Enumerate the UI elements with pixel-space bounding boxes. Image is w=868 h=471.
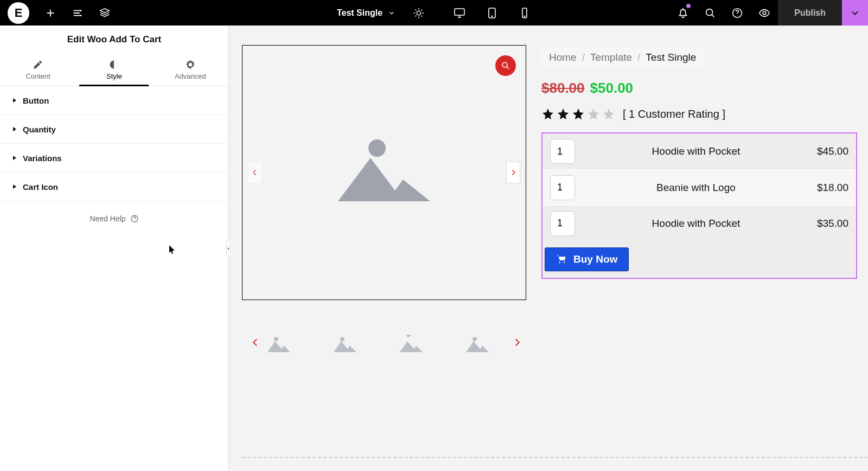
workspace: Edit Woo Add To Cart Content Style Advan… xyxy=(0,26,868,471)
cart-item-name: Hoodie with Pocket xyxy=(575,218,817,230)
svg-point-18 xyxy=(473,337,477,341)
tab-style-label: Style xyxy=(106,72,122,80)
thumbnail[interactable] xyxy=(264,332,294,353)
publish-button[interactable]: Publish xyxy=(778,0,842,26)
cart-item-name: Beanie with Logo xyxy=(575,182,817,194)
gallery-prev-button[interactable] xyxy=(248,162,262,183)
svg-point-14 xyxy=(368,139,386,157)
cart-item-row: 1Hoodie with Pocket$45.00 xyxy=(542,133,856,169)
chevron-down-icon xyxy=(388,9,395,17)
viewport-tablet[interactable] xyxy=(476,0,508,26)
buy-row: Buy Now xyxy=(542,241,856,278)
breadcrumb-sep: / xyxy=(637,52,640,63)
panel-sections: Button Quantity Variations Cart Icon Nee… xyxy=(0,86,228,471)
caret-right-icon xyxy=(12,155,17,161)
star-icon xyxy=(572,107,585,120)
svg-point-16 xyxy=(340,337,344,341)
product-info: Home / Template / Test Single $80.00 $50… xyxy=(541,45,857,449)
finder-search-button[interactable] xyxy=(697,0,724,26)
product-main-image xyxy=(242,45,526,300)
pencil-icon xyxy=(33,59,43,70)
price-row: $80.00 $50.00 xyxy=(541,80,857,97)
page-settings-button[interactable] xyxy=(405,0,432,26)
thumbs-prev-button[interactable] xyxy=(251,338,260,347)
editor-panel: Edit Woo Add To Cart Content Style Advan… xyxy=(0,26,229,471)
publish-area: Publish xyxy=(778,0,868,26)
site-settings-button[interactable] xyxy=(64,0,91,26)
document-title-dropdown[interactable]: Test Single xyxy=(327,0,405,26)
app-topbar: E Test Single xyxy=(0,0,868,26)
panel-title: Edit Woo Add To Cart xyxy=(0,26,228,54)
gallery-next-button[interactable] xyxy=(506,162,520,183)
section-cart-icon[interactable]: Cart Icon xyxy=(0,173,228,201)
rating-stars xyxy=(541,107,615,120)
image-zoom-button[interactable] xyxy=(495,55,516,76)
star-icon xyxy=(541,107,554,120)
publish-label: Publish xyxy=(794,8,826,18)
price-old: $80.00 xyxy=(541,80,585,97)
star-icon xyxy=(602,107,615,120)
svg-point-17 xyxy=(406,335,411,337)
quantity-input[interactable]: 1 xyxy=(550,175,575,200)
caret-right-icon xyxy=(12,98,17,103)
viewport-desktop[interactable] xyxy=(443,0,476,26)
breadcrumb-home[interactable]: Home xyxy=(549,52,577,63)
svg-point-1 xyxy=(78,12,79,14)
breadcrumb-current: Test Single xyxy=(646,52,696,63)
thumbnail[interactable] xyxy=(462,332,493,353)
publish-options-button[interactable] xyxy=(842,0,868,26)
document-title: Test Single xyxy=(337,8,382,18)
chevron-right-icon xyxy=(509,167,517,179)
rating-text: [ 1 Customer Rating ] xyxy=(623,108,725,120)
need-help-link[interactable]: Need Help xyxy=(0,201,228,223)
need-help-label: Need Help xyxy=(90,214,125,223)
help-button[interactable] xyxy=(724,0,751,26)
contrast-icon xyxy=(108,59,119,70)
topbar-right: Publish xyxy=(669,0,868,26)
thumbnail[interactable] xyxy=(396,332,426,353)
add-element-button[interactable] xyxy=(37,0,64,26)
responsive-viewport-switcher xyxy=(443,0,541,26)
svg-point-5 xyxy=(492,16,493,17)
buy-now-button[interactable]: Buy Now xyxy=(545,247,629,271)
thumbnail[interactable] xyxy=(330,332,360,353)
panel-tabs: Content Style Advanced xyxy=(0,54,228,86)
breadcrumb-template[interactable]: Template xyxy=(590,52,632,63)
notification-badge xyxy=(686,3,691,9)
chevron-left-icon xyxy=(251,338,260,347)
price-new: $50.00 xyxy=(590,80,634,97)
svg-point-10 xyxy=(763,11,766,15)
section-cart-icon-label: Cart Icon xyxy=(23,182,58,192)
chevron-right-icon xyxy=(512,338,522,347)
editor-canvas[interactable]: Home / Template / Test Single $80.00 $50… xyxy=(229,26,868,471)
section-quantity[interactable]: Quantity xyxy=(0,115,228,144)
cart-item-name: Hoodie with Pocket xyxy=(575,145,817,157)
svg-rect-3 xyxy=(455,9,464,15)
tab-content[interactable]: Content xyxy=(0,54,76,86)
cart-item-price: $18.00 xyxy=(817,182,848,194)
help-circle-icon xyxy=(130,214,139,223)
thumbs-next-button[interactable] xyxy=(512,338,522,347)
quantity-input[interactable]: 1 xyxy=(550,211,575,236)
star-icon xyxy=(587,107,600,120)
preview-button[interactable] xyxy=(751,0,778,26)
section-variations-label: Variations xyxy=(23,154,62,163)
rating: [ 1 Customer Rating ] xyxy=(541,107,857,120)
product-gallery xyxy=(242,45,526,449)
section-quantity-label: Quantity xyxy=(23,125,56,134)
buy-now-label: Buy Now xyxy=(573,253,617,265)
search-icon xyxy=(501,61,510,71)
tab-style[interactable]: Style xyxy=(76,54,152,86)
elementor-logo[interactable]: E xyxy=(8,2,29,24)
tab-advanced[interactable]: Advanced xyxy=(152,54,228,86)
caret-right-icon xyxy=(12,126,17,132)
viewport-mobile[interactable] xyxy=(508,0,541,26)
mouse-cursor-icon xyxy=(169,245,176,255)
section-button[interactable]: Button xyxy=(0,86,228,115)
quantity-input[interactable]: 1 xyxy=(550,139,575,164)
add-to-cart-widget: 1Hoodie with Pocket$45.001Beanie with Lo… xyxy=(541,132,857,279)
navigator-button[interactable] xyxy=(91,0,118,26)
cart-item-row: 1Beanie with Logo$18.00 xyxy=(542,169,856,205)
section-variations[interactable]: Variations xyxy=(0,144,228,173)
notifications-button[interactable] xyxy=(669,0,697,26)
